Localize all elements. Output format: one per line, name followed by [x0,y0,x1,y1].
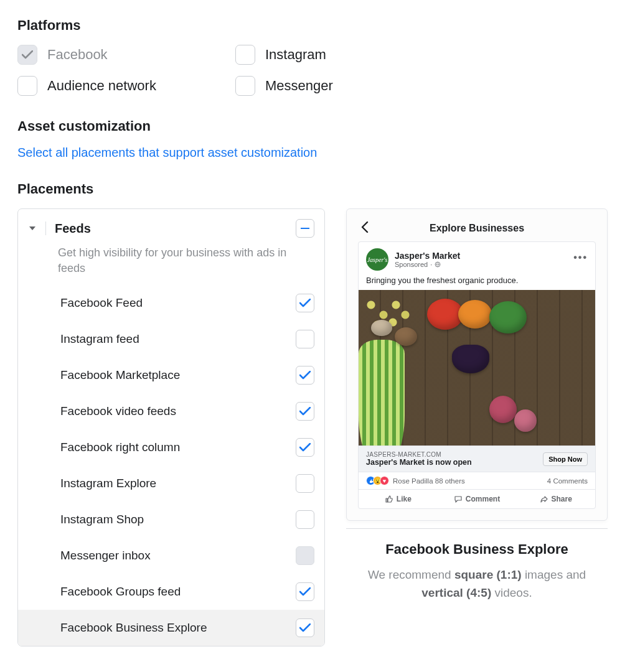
divider [45,222,46,235]
checkbox[interactable] [296,330,314,348]
check-icon [22,50,33,59]
select-all-asset-placements-link[interactable]: Select all placements that support asset… [17,146,317,160]
asset-customization-heading: Asset customization [17,118,618,134]
checkbox[interactable] [235,76,255,96]
check-icon [299,623,311,632]
checkbox[interactable] [296,618,314,637]
globe-icon [435,261,441,268]
placement-row[interactable]: Facebook Business Explore [18,610,324,646]
platform-messenger[interactable]: Messenger [235,76,453,96]
checkbox[interactable] [17,45,37,65]
placement-label: Facebook Business Explore [60,621,207,635]
caret-down-icon [28,224,37,233]
placement-label: Messenger inbox [60,549,151,562]
placement-label: Facebook right column [60,441,180,454]
checkbox[interactable] [296,294,314,312]
post-text: Bringing you the freshest organic produc… [359,276,595,290]
checkbox[interactable] [296,366,314,385]
placements-group-title: Feeds [55,222,91,236]
phone-title: Explore Businesses [430,223,524,234]
placement-label: Facebook Marketplace [60,368,180,382]
platform-label: Instagram [265,47,326,63]
cta-button[interactable]: Shop Now [543,452,588,466]
platform-facebook[interactable]: Facebook [17,45,235,65]
share-button[interactable]: Share [516,490,595,508]
divider [346,528,608,529]
platforms-grid: Facebook Instagram Audience network Mess… [17,45,618,96]
comment-icon [454,495,463,503]
link-card: JASPERS-MARKET.COM Jasper's Market is no… [359,446,595,472]
check-icon [299,299,311,307]
phone-topbar: Explore Businesses [358,220,596,241]
checkbox[interactable] [235,45,255,65]
placement-row[interactable]: Facebook right column [18,429,324,465]
checkbox[interactable] [17,76,37,96]
link-domain: JASPERS-MARKET.COM [366,451,543,458]
platform-instagram[interactable]: Instagram [235,45,453,65]
like-button[interactable]: Like [359,490,438,508]
check-icon [299,371,311,380]
comment-button[interactable]: Comment [438,490,517,508]
platform-audience-network[interactable]: Audience network [17,76,235,96]
checkbox[interactable] [296,402,314,421]
actions-row: Like Comment Share [359,489,595,508]
placements-heading: Placements [17,181,618,197]
link-headline: Jasper's Market is now open [366,458,543,467]
platform-label: Audience network [47,78,156,94]
love-reaction-icon: ♥ [380,476,389,485]
placement-label: Facebook video feeds [60,404,176,418]
placement-row[interactable]: Instagram Explore [18,465,324,502]
more-icon[interactable]: ••• [573,252,588,263]
placement-label: Facebook Groups feed [60,585,181,599]
placement-label: Instagram Explore [60,477,156,490]
back-icon[interactable] [360,222,369,235]
placement-row[interactable]: Facebook Marketplace [18,357,324,393]
placement-row[interactable]: Facebook Groups feed [18,574,324,610]
placement-label: Facebook Feed [60,296,143,310]
checkbox [296,546,314,565]
platform-label: Facebook [47,47,108,63]
share-icon [540,495,548,503]
placements-panel: Feeds Get high visibility for your busin… [17,208,325,646]
ad-post: Jasper's Jasper's Market Sponsored· ••• … [358,241,596,509]
placement-row[interactable]: Facebook video feeds [18,393,324,429]
check-icon [299,443,311,452]
placements-group-header[interactable]: Feeds [18,209,324,241]
check-icon [299,587,311,596]
checkbox[interactable] [296,474,314,493]
placement-label: Instagram feed [60,332,139,346]
checkbox[interactable] [296,510,314,529]
tristate-checkbox[interactable] [296,219,314,238]
check-icon [299,407,311,416]
reaction-icons: 😮 ♥ [366,476,389,485]
placement-row[interactable]: Instagram feed [18,321,324,357]
reactions-text: Rose Padilla 88 others [393,477,465,485]
thumb-up-icon [385,495,393,503]
preview-title: Facebook Business Explore [346,541,608,558]
platforms-heading: Platforms [17,17,618,34]
preview-column: Explore Businesses Jasper's Jasper's Mar… [346,208,608,602]
minus-icon [301,228,309,230]
preview-recommendation: We recommend square (1:1) images and ver… [346,566,608,602]
comments-count: 4 Comments [547,477,588,485]
sponsored-label: Sponsored· [395,261,460,268]
checkbox[interactable] [296,438,314,457]
avatar: Jasper's [366,248,388,271]
placement-row[interactable]: Facebook Feed [18,285,324,321]
phone-preview: Explore Businesses Jasper's Jasper's Mar… [346,208,608,521]
placement-row[interactable]: Instagram Shop [18,502,324,538]
placement-label: Instagram Shop [60,513,144,526]
post-image [359,290,595,446]
placements-group-desc: Get high visibility for your business wi… [18,241,324,285]
reactions-row: 😮 ♥ Rose Padilla 88 others 4 Comments [359,472,595,489]
placement-row[interactable]: Messenger inbox [18,538,324,574]
platform-label: Messenger [265,78,333,94]
advertiser-name: Jasper's Market [395,251,460,261]
checkbox[interactable] [296,582,314,601]
